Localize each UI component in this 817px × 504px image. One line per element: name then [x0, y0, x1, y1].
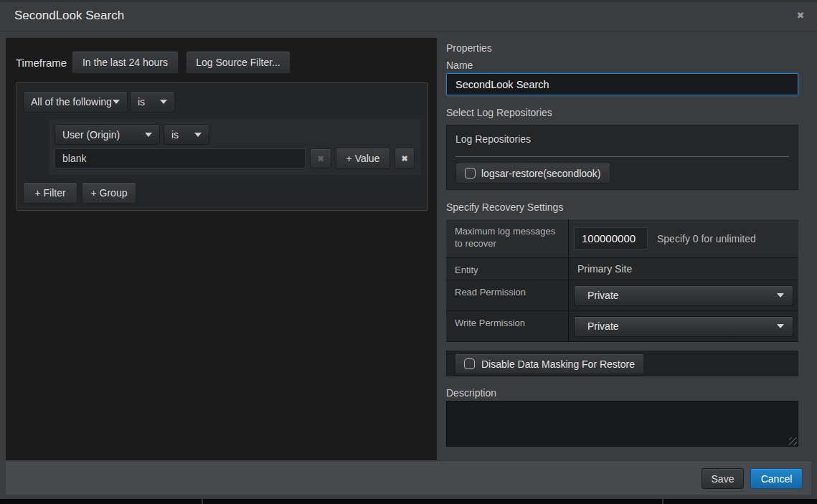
log-repositories-box: Log Repositories logsar-restore(secondlo… [446, 125, 798, 190]
filter-builder: All of the following is User (Origin) is [16, 82, 428, 211]
name-label: Name [446, 60, 473, 71]
description-label: Description [446, 387, 496, 399]
read-permission-label: Read Permission [446, 280, 569, 310]
read-permission-value: Private [587, 290, 619, 301]
filter-rule-group: User (Origin) is ✖ + Value ✖ [49, 120, 420, 175]
data-masking-strip: Disable Data Masking For Restore [446, 351, 798, 376]
dialog-title: SecondLook Search [14, 9, 124, 23]
write-permission-cell: Private [569, 311, 798, 341]
max-messages-label: Maximum log messages to recover [446, 219, 569, 257]
divider [662, 499, 663, 504]
write-permission-value: Private [587, 320, 619, 332]
divider [202, 499, 203, 504]
add-filter-button[interactable]: + Filter [23, 182, 77, 204]
repository-label: logsar-restore(secondlook) [481, 168, 601, 179]
max-messages-cell: Specify 0 for unlimited [569, 219, 798, 257]
footer-bar: Save Cancel [6, 462, 811, 495]
table-row-entity: Entity Primary Site [446, 257, 798, 280]
table-row-write-permission: Write Permission Private [446, 310, 798, 341]
title-bar: SecondLook Search ✖ [0, 2, 817, 32]
group-condition-dropdown[interactable]: is [130, 91, 175, 113]
checkbox-icon[interactable] [464, 358, 475, 369]
read-permission-cell: Private [569, 280, 798, 310]
group-condition-value: is [138, 96, 145, 108]
entity-cell: Primary Site [569, 258, 798, 280]
close-icon[interactable]: ✖ [794, 9, 807, 22]
select-log-repositories-label: Select Log Repositories [446, 107, 552, 118]
cancel-button[interactable]: Cancel [750, 468, 803, 489]
chevron-down-icon [777, 293, 784, 298]
disable-data-masking-label: Disable Data Masking For Restore [481, 358, 635, 370]
rule-condition-dropdown[interactable]: is [164, 124, 209, 145]
group-operator-value: All of the following [31, 96, 112, 108]
filter-panel: Timeframe In the last 24 hours Log Sourc… [6, 38, 437, 460]
chevron-down-icon [113, 100, 120, 104]
entity-value: Primary Site [577, 263, 632, 275]
description-textarea[interactable] [446, 401, 798, 447]
table-row-read-permission: Read Permission Private [446, 280, 798, 310]
remove-filter-icon[interactable]: ✖ [395, 148, 415, 169]
recovery-settings-header: Specify Recovery Settings [446, 201, 563, 213]
add-value-button[interactable]: + Value [336, 148, 390, 169]
recovery-settings-table: Maximum log messages to recover Specify … [446, 219, 798, 342]
table-row-max-messages: Maximum log messages to recover Specify … [446, 219, 798, 257]
read-permission-dropdown[interactable]: Private [574, 285, 793, 306]
repository-checkbox-button[interactable]: logsar-restore(secondlook) [455, 163, 610, 184]
chevron-down-icon [145, 133, 152, 137]
secondlook-search-dialog: SecondLook Search ✖ Timeframe In the las… [0, 0, 817, 504]
checkbox-icon[interactable] [465, 168, 476, 179]
max-messages-input[interactable] [574, 227, 648, 249]
log-repositories-title: Log Repositories [455, 133, 531, 145]
divider [455, 156, 789, 157]
field-value: User (Origin) [62, 129, 120, 141]
max-messages-hint: Specify 0 for unlimited [657, 233, 756, 244]
properties-header: Properties [446, 42, 492, 54]
field-dropdown[interactable]: User (Origin) [55, 124, 160, 145]
chevron-down-icon [194, 133, 202, 137]
rule-condition-value: is [171, 129, 179, 141]
name-input[interactable] [446, 73, 798, 95]
timeframe-button[interactable]: In the last 24 hours [72, 51, 179, 74]
add-group-button[interactable]: + Group [82, 182, 136, 204]
dialog-window: SecondLook Search ✖ Timeframe In the las… [0, 0, 817, 499]
log-source-filter-button[interactable]: Log Source Filter... [186, 51, 291, 74]
page-background-edge [0, 499, 817, 504]
remove-value-icon[interactable]: ✖ [310, 148, 331, 168]
timeframe-label: Timeframe [16, 57, 67, 69]
write-permission-label: Write Permission [446, 311, 569, 341]
chevron-down-icon [160, 100, 167, 104]
write-permission-dropdown[interactable]: Private [574, 316, 793, 337]
filter-value-input[interactable] [55, 148, 306, 168]
group-operator-dropdown[interactable]: All of the following [23, 91, 128, 113]
disable-data-masking-button[interactable]: Disable Data Masking For Restore [455, 353, 644, 374]
save-button[interactable]: Save [702, 468, 744, 489]
chevron-down-icon [777, 324, 784, 328]
entity-label: Entity [446, 258, 569, 280]
